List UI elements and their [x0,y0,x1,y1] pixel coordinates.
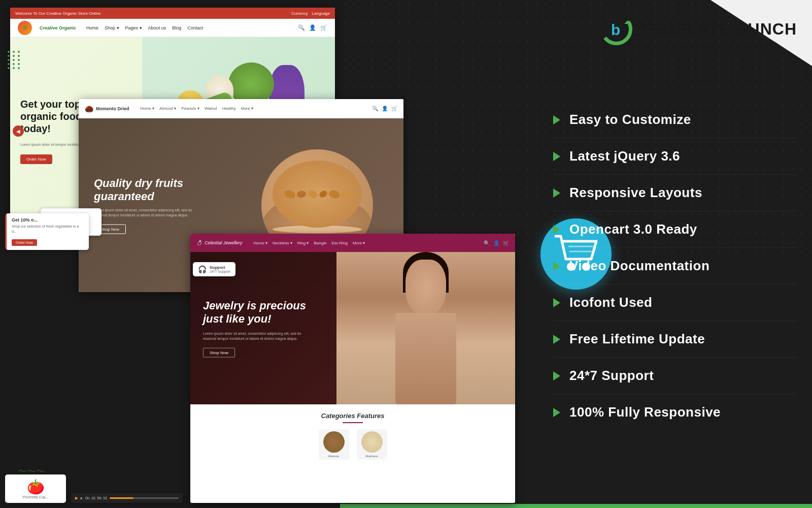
feature-arrow-6 [553,335,560,344]
feature-arrow-8 [553,408,560,417]
tb-logo-area: b TEMPLATE BUNCH [600,13,797,46]
s3-lorem: Lorem ipsum dolor sit amet, consectetur … [203,331,315,341]
feature-label-4: Video Documentation [569,258,709,274]
s3-logo: 💍 Celestial Jewellery [196,240,243,245]
feature-arrow-2 [553,188,560,198]
tb-svg-icon: b [600,13,633,46]
screen3-lower: Categories Features Walnuts Makhana [190,404,515,488]
video-progress-fill [110,497,134,499]
feature-arrow-3 [553,225,560,234]
s2-lorem: Lorem ipsum dolor sit amet, consectetur … [94,207,195,218]
feature-label-0: Easy to Customize [569,112,691,128]
feature-item-5: Icofont Used [553,284,797,321]
s2-logo-text: Momento Dried [96,106,129,111]
svg-text:b: b [611,21,620,38]
feature-item-1: Latest jQuery 3.6 [553,138,797,175]
s2-logo: 🌰 Momento Dried [85,105,129,113]
promo-btn[interactable]: Order Now [12,239,37,246]
support-subtitle: 24*7 Support [210,270,230,273]
s3-cart-icon[interactable]: 🛒 [503,240,509,246]
s3-nav-icons: 🔍 👤 🛒 [484,240,509,246]
categories-divider [343,422,363,423]
green-bottom-bar [340,504,812,508]
organic-logo-text: Creative Organic [40,25,76,30]
screen1-mainnav: 🌿 Creative Organic Home Shop ▾ Pages ▾ A… [10,19,335,37]
tb-logo-text: TEMPLATE BUNCH [640,20,797,39]
s3-logo-icon: 💍 [196,240,202,245]
s2-nav-items: Home ▾ Almond ▾ Peanuts ▾ Walnut Healthy… [141,106,254,111]
video-time: 0h: 10: 58: 33 [85,496,107,500]
s3-shop-btn[interactable]: Shop Now [203,347,235,357]
pause-icon[interactable]: ⏸ [80,497,83,500]
feature-item-3: Opencart 3.0 Ready [553,211,797,248]
feature-item-8: 100% Fully Responsive [553,394,797,430]
video-controls[interactable]: ▶ ⏸ [75,496,83,500]
promo-text: Shop our selection of fresh vegetables i… [12,224,84,234]
screen1-topbar: Welcome To Our Creative Organic Store On… [10,8,335,19]
currency-text[interactable]: Currency [291,11,308,16]
tomato-card: 🍅 Porchetta Cup... [5,474,66,503]
s2-hero-heading: Quality dry fruits guaranteed [94,177,195,204]
walnut-label: Walnuts [328,455,339,458]
s2-user-icon[interactable]: 👤 [382,106,388,111]
feature-arrow-0 [553,115,560,124]
model-face [405,260,446,315]
s3-user-icon[interactable]: 👤 [493,240,499,246]
cat-item-walnuts: Walnuts [319,429,349,460]
feature-label-5: Icofont Used [569,295,652,310]
feature-label-2: Responsive Layouts [569,185,702,201]
screen1-nav-items: Home Shop ▾ Pages ▾ About us Blog Contac… [86,25,203,30]
s2-logo-icon: 🌰 [85,105,93,113]
cart-icon[interactable]: 🛒 [320,24,327,31]
model-silhouette [336,252,515,404]
s2-nav-icons: 🔍 👤 🛒 [372,106,397,111]
s3-hero-text: Jewelry is precious just like you! Lorem… [203,299,320,358]
s3-search-icon[interactable]: 🔍 [484,240,490,246]
screen3-nav: 💍 Celestial Jewellery Home ▾ Neckless ▾ … [190,234,515,252]
s2-search-icon[interactable]: 🔍 [372,106,378,111]
screen1-nav-icons: 🔍 👤 🛒 [298,24,327,31]
s3-hero-heading: Jewelry is precious just like you! [203,299,320,326]
organic-logo: 🌿 [18,21,32,35]
screen2-nav: 🌰 Momento Dried Home ▾ Almond ▾ Peanuts … [79,99,403,118]
s2-cart-icon[interactable]: 🛒 [391,106,397,111]
feature-item-0: Easy to Customize [553,102,797,138]
feature-item-6: Free Lifetime Update [553,321,797,358]
video-snippet: ▶ ⏸ 0h: 10: 58: 33 [71,493,183,503]
feature-item-2: Responsive Layouts [553,175,797,211]
search-icon[interactable]: 🔍 [298,24,305,31]
cat-item-makhana: Makhana [357,429,387,460]
support-widget: 🎧 Support 24*7 Support [193,262,235,276]
categories-title: Categories Features [321,412,385,420]
headset-icon: 🎧 [198,265,207,273]
s2-hero-text: Quality dry fruits guaranteed Lorem ipsu… [94,177,195,234]
makhana-circle [361,431,383,453]
cat-items-row: Walnuts Makhana [319,429,387,460]
dots-decoration [8,51,28,91]
play-icon[interactable]: ▶ [75,496,78,500]
order-btn[interactable]: Order Now [20,154,52,164]
dot-grid [8,51,28,69]
s3-nav-items: Home ▾ Neckless ▾ Ring ▾ Bangle Ear-Ring… [254,241,365,245]
features-list: Easy to Customize Latest jQuery 3.6 Resp… [553,102,797,430]
screen3-hero: 🎧 Support 24*7 Support Jewelry is precio… [190,252,515,404]
makhana-label: Makhana [365,455,378,458]
sidebar-items: Get 10% o... Shop our selection of fresh… [5,213,89,250]
tb-logo-icon: b [600,13,633,46]
feature-arrow-7 [553,371,560,380]
feature-label-1: Latest jQuery 3.6 [569,148,680,164]
s3-logo-text: Celestial Jewellery [205,240,243,245]
feature-arrow-5 [553,298,560,307]
tomato-label: Porchetta Cup... [9,495,62,499]
tomato-icon: 🍅 [9,479,62,495]
prev-arrow[interactable]: ◀ [13,125,24,137]
feature-item-7: 24*7 Support [553,358,797,394]
feature-arrow-1 [553,152,560,161]
feature-label-8: 100% Fully Responsive [569,404,721,420]
feature-label-7: 24*7 Support [569,368,654,384]
video-progress-bar[interactable] [110,497,179,499]
left-panel: Welcome To Our Creative Organic Store On… [0,0,340,508]
language-text[interactable]: Language [312,11,330,16]
user-icon[interactable]: 👤 [309,24,316,31]
walnut-circle [323,431,345,453]
